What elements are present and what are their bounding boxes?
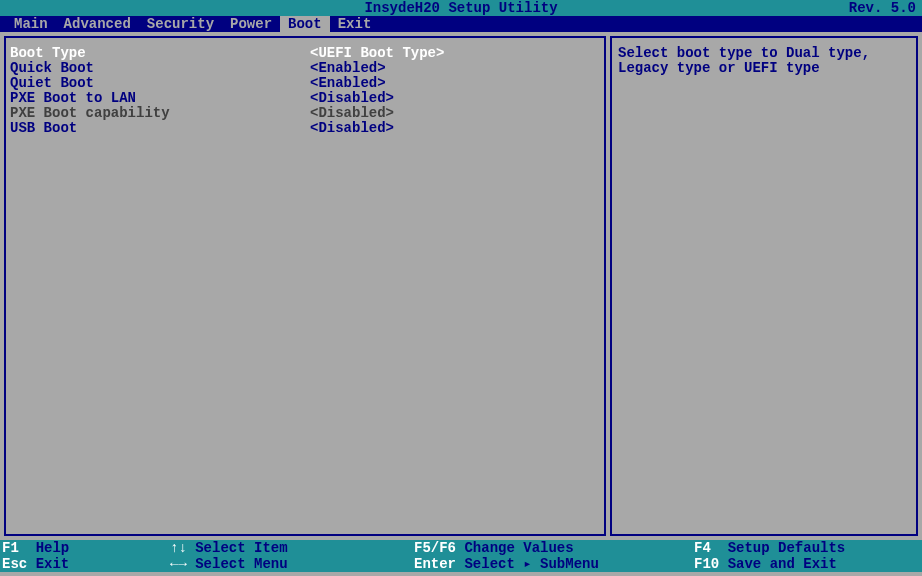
setting-label: USB Boot <box>10 121 310 136</box>
hint-key: Enter <box>414 556 456 572</box>
help-text: Select boot type to Dual type, Legacy ty… <box>618 46 910 76</box>
setting-value: <Enabled> <box>310 76 386 91</box>
setting-value: <UEFI Boot Type> <box>310 46 444 61</box>
menu-advanced[interactable]: Advanced <box>56 16 139 32</box>
hint-help: F1 Help <box>0 540 170 556</box>
setting-value: <Disabled> <box>310 91 394 106</box>
hint-sep <box>456 540 464 556</box>
setting-label: Quiet Boot <box>10 76 310 91</box>
setting-label: PXE Boot capability <box>10 106 310 121</box>
hint-label-text: Exit <box>36 556 70 572</box>
hint-key: F1 <box>2 540 19 556</box>
hint-key: ←→ <box>170 556 187 572</box>
setting-pxe-boot-to-lan[interactable]: PXE Boot to LAN <Disabled> <box>10 91 600 106</box>
hint-label-text: Save and Exit <box>728 556 837 572</box>
hint-key: F5/F6 <box>414 540 456 556</box>
menu-security[interactable]: Security <box>139 16 222 32</box>
title-bar: InsydeH20 Setup Utility Rev. 5.0 <box>0 0 922 16</box>
hint-sep <box>456 556 464 572</box>
hint-change-values: F5/F6 Change Values <box>414 540 694 556</box>
footer-row-1: F1 Help ↑↓ Select Item F5/F6 Change Valu… <box>0 540 922 556</box>
setting-boot-type[interactable]: Boot Type <UEFI Boot Type> <box>10 46 600 61</box>
hint-label-text: Select ▸ SubMenu <box>464 556 598 572</box>
footer-row-2: Esc Exit ←→ Select Menu Enter Select ▸ S… <box>0 556 922 572</box>
setting-quiet-boot[interactable]: Quiet Boot <Enabled> <box>10 76 600 91</box>
setting-pxe-boot-capability: PXE Boot capability <Disabled> <box>10 106 600 121</box>
help-panel: Select boot type to Dual type, Legacy ty… <box>610 36 918 536</box>
hint-exit: Esc Exit <box>0 556 170 572</box>
hint-key: ↑↓ <box>170 540 187 556</box>
hint-key: F4 <box>694 540 711 556</box>
hint-label-text: Select Item <box>195 540 287 556</box>
hint-key: F10 <box>694 556 719 572</box>
hint-select-menu: ←→ Select Menu <box>170 556 414 572</box>
menu-bar: Main Advanced Security Power Boot Exit <box>0 16 922 32</box>
revision-label: Rev. 5.0 <box>849 0 916 16</box>
setting-value: <Disabled> <box>310 121 394 136</box>
menu-exit[interactable]: Exit <box>330 16 380 32</box>
hint-label-text: Help <box>36 540 70 556</box>
setting-label: Boot Type <box>10 46 310 61</box>
menu-main[interactable]: Main <box>6 16 56 32</box>
menu-power[interactable]: Power <box>222 16 280 32</box>
setting-quick-boot[interactable]: Quick Boot <Enabled> <box>10 61 600 76</box>
hint-save-exit: F10 Save and Exit <box>694 556 922 572</box>
hint-setup-defaults: F4 Setup Defaults <box>694 540 922 556</box>
hint-select-submenu: Enter Select ▸ SubMenu <box>414 556 694 572</box>
hint-key: Esc <box>2 556 27 572</box>
hint-label <box>19 540 36 556</box>
setting-value: <Disabled> <box>310 106 394 121</box>
setting-label: Quick Boot <box>10 61 310 76</box>
setting-usb-boot[interactable]: USB Boot <Disabled> <box>10 121 600 136</box>
utility-title: InsydeH20 Setup Utility <box>0 0 922 16</box>
main-area: Boot Type <UEFI Boot Type> Quick Boot <E… <box>0 32 922 540</box>
setting-value: <Enabled> <box>310 61 386 76</box>
hint-label-text: Change Values <box>464 540 573 556</box>
footer-bar: F1 Help ↑↓ Select Item F5/F6 Change Valu… <box>0 540 922 572</box>
hint-sep <box>719 556 727 572</box>
hint-sep <box>187 556 195 572</box>
hint-select-item: ↑↓ Select Item <box>170 540 414 556</box>
hint-label-text: Setup Defaults <box>728 540 846 556</box>
menu-boot[interactable]: Boot <box>280 16 330 32</box>
setting-label: PXE Boot to LAN <box>10 91 310 106</box>
hint-sep <box>187 540 195 556</box>
hint-sep <box>711 540 728 556</box>
settings-panel: Boot Type <UEFI Boot Type> Quick Boot <E… <box>4 36 606 536</box>
hint-sep <box>27 556 35 572</box>
hint-label-text: Select Menu <box>195 556 287 572</box>
